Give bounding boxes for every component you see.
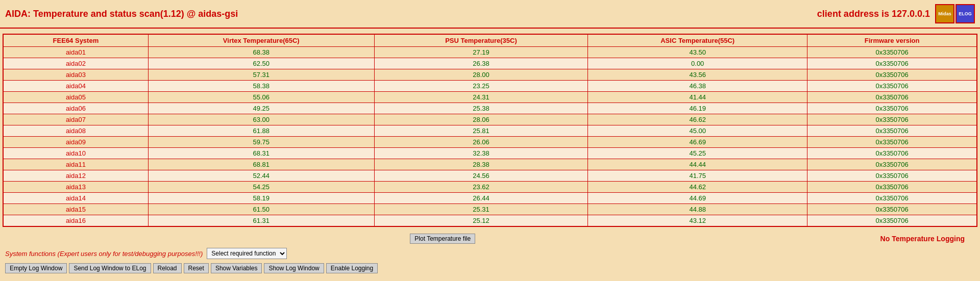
cell-asic: 43.12: [588, 215, 807, 227]
cell-virtex: 54.25: [148, 182, 374, 193]
table-body: aida0168.3827.1943.500x3350706aida0262.5…: [3, 47, 977, 227]
cell-firmware: 0x3350706: [807, 204, 977, 215]
header-row: FEE64 System Virtex Temperature(65C) PSU…: [3, 34, 977, 47]
cell-system: aida12: [3, 170, 148, 182]
cell-system: aida05: [3, 92, 148, 103]
cell-psu: 25.31: [374, 204, 588, 215]
cell-firmware: 0x3350706: [807, 193, 977, 204]
cell-psu: 28.38: [374, 159, 588, 170]
table-row: aida1561.5025.3144.880x3350706: [3, 204, 977, 215]
cell-system: aida03: [3, 69, 148, 81]
cell-firmware: 0x3350706: [807, 182, 977, 193]
cell-system: aida06: [3, 103, 148, 114]
cell-firmware: 0x3350706: [807, 215, 977, 227]
cell-virtex: 55.06: [148, 92, 374, 103]
plot-btn-area: Plot Temperature file: [5, 234, 880, 244]
reset-button[interactable]: Reset: [184, 263, 209, 273]
reload-button[interactable]: Reload: [153, 263, 182, 273]
show-log-window-button[interactable]: Show Log Window: [264, 263, 324, 273]
temperature-table: FEE64 System Virtex Temperature(65C) PSU…: [3, 34, 977, 227]
cell-system: aida15: [3, 204, 148, 215]
table-row: aida1252.4424.5641.750x3350706: [3, 170, 977, 182]
table-row: aida1354.2523.6244.620x3350706: [3, 182, 977, 193]
table-row: aida0763.0028.0646.620x3350706: [3, 114, 977, 125]
cell-virtex: 62.50: [148, 58, 374, 69]
table-row: aida0168.3827.1943.500x3350706: [3, 47, 977, 58]
cell-firmware: 0x3350706: [807, 159, 977, 170]
cell-psu: 28.06: [374, 114, 588, 125]
cell-asic: 45.00: [588, 125, 807, 137]
cell-firmware: 0x3350706: [807, 114, 977, 125]
cell-asic: 41.44: [588, 92, 807, 103]
cell-firmware: 0x3350706: [807, 137, 977, 148]
system-function-select[interactable]: Select required functionOption 1Option 2: [207, 248, 287, 259]
cell-firmware: 0x3350706: [807, 125, 977, 137]
cell-asic: 44.69: [588, 193, 807, 204]
cell-asic: 44.44: [588, 159, 807, 170]
table-row: aida1661.3125.1243.120x3350706: [3, 215, 977, 227]
cell-firmware: 0x3350706: [807, 92, 977, 103]
page-title: AIDA: Temperature and status scan(1.12) …: [5, 9, 238, 19]
send-log-window-elog-button[interactable]: Send Log Window to ELog: [69, 263, 151, 273]
enable-logging-button[interactable]: Enable Logging: [326, 263, 378, 273]
table-header: FEE64 System Virtex Temperature(65C) PSU…: [3, 34, 977, 47]
last-updated: Last Updated: June 13, 2024 16:05:08: [0, 277, 980, 281]
col-psu: PSU Temperature(35C): [374, 34, 588, 47]
table-row: aida0959.7526.0646.690x3350706: [3, 137, 977, 148]
cell-firmware: 0x3350706: [807, 69, 977, 81]
bottom-section: Plot Temperature file No Temperature Log…: [0, 229, 980, 277]
show-variables-button[interactable]: Show Variables: [211, 263, 262, 273]
cell-psu: 28.00: [374, 69, 588, 81]
header-right: client address is 127.0.0.1 Midas ELOG: [817, 4, 975, 23]
cell-virtex: 61.31: [148, 215, 374, 227]
cell-asic: 0.00: [588, 58, 807, 69]
plot-temperature-button[interactable]: Plot Temperature file: [410, 234, 475, 244]
cell-virtex: 63.00: [148, 114, 374, 125]
plot-row: Plot Temperature file No Temperature Log…: [5, 234, 975, 244]
cell-virtex: 49.25: [148, 103, 374, 114]
cell-asic: 44.88: [588, 204, 807, 215]
table-row: aida0262.5026.380.000x3350706: [3, 58, 977, 69]
cell-asic: 44.62: [588, 182, 807, 193]
cell-firmware: 0x3350706: [807, 170, 977, 182]
midas-logo: Midas: [935, 4, 954, 23]
cell-virtex: 68.81: [148, 159, 374, 170]
cell-system: aida14: [3, 193, 148, 204]
cell-asic: 46.19: [588, 103, 807, 114]
cell-psu: 23.62: [374, 182, 588, 193]
header: AIDA: Temperature and status scan(1.12) …: [0, 0, 980, 29]
cell-virtex: 68.38: [148, 47, 374, 58]
cell-system: aida02: [3, 58, 148, 69]
cell-psu: 24.56: [374, 170, 588, 182]
cell-firmware: 0x3350706: [807, 103, 977, 114]
table-row: aida1168.8128.3844.440x3350706: [3, 159, 977, 170]
cell-system: aida16: [3, 215, 148, 227]
col-fee64: FEE64 System: [3, 34, 148, 47]
main-table-container: FEE64 System Virtex Temperature(65C) PSU…: [0, 29, 980, 229]
cell-system: aida04: [3, 81, 148, 92]
logo-area: Midas ELOG: [935, 4, 975, 23]
cell-system: aida08: [3, 125, 148, 137]
cell-firmware: 0x3350706: [807, 58, 977, 69]
client-address: client address is 127.0.0.1: [817, 9, 930, 19]
cell-system: aida01: [3, 47, 148, 58]
cell-asic: 43.56: [588, 69, 807, 81]
empty-log-window-button[interactable]: Empty Log Window: [5, 263, 67, 273]
cell-psu: 26.38: [374, 58, 588, 69]
cell-psu: 26.44: [374, 193, 588, 204]
cell-system: aida13: [3, 182, 148, 193]
cell-firmware: 0x3350706: [807, 148, 977, 159]
table-row: aida0458.3823.2546.380x3350706: [3, 81, 977, 92]
cell-virtex: 68.31: [148, 148, 374, 159]
cell-psu: 25.12: [374, 215, 588, 227]
cell-system: aida07: [3, 114, 148, 125]
no-logging-label: No Temperature Logging: [880, 235, 975, 243]
cell-asic: 41.75: [588, 170, 807, 182]
cell-psu: 27.19: [374, 47, 588, 58]
cell-virtex: 52.44: [148, 170, 374, 182]
cell-system: aida11: [3, 159, 148, 170]
cell-system: aida10: [3, 148, 148, 159]
cell-psu: 25.38: [374, 103, 588, 114]
col-virtex: Virtex Temperature(65C): [148, 34, 374, 47]
cell-virtex: 61.50: [148, 204, 374, 215]
